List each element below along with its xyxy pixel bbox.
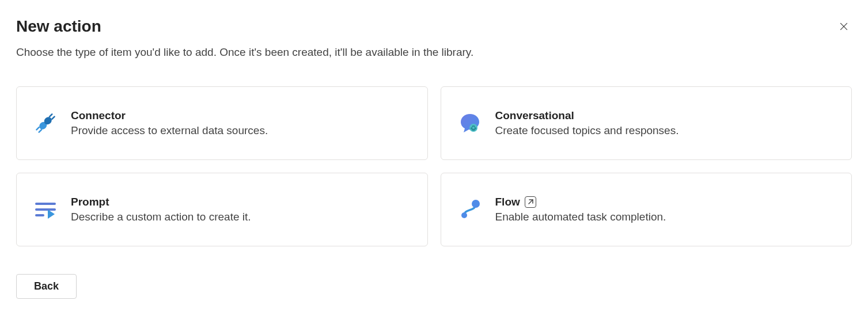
dialog-footer: Back xyxy=(16,274,852,299)
card-flow[interactable]: Flow Enable automated task completion. xyxy=(441,173,852,246)
svg-line-6 xyxy=(50,115,52,117)
svg-point-9 xyxy=(472,127,475,129)
card-title: Prompt xyxy=(71,196,411,208)
svg-line-7 xyxy=(52,117,54,119)
dialog-subtitle: Choose the type of item you'd like to ad… xyxy=(16,46,852,59)
prompt-icon xyxy=(33,197,58,222)
card-desc: Describe a custom action to create it. xyxy=(71,211,411,223)
svg-point-14 xyxy=(461,212,467,218)
card-text: Connector Provide access to external dat… xyxy=(71,109,411,137)
new-action-dialog: New action Choose the type of item you'd… xyxy=(0,0,868,315)
card-conversational[interactable]: Conversational Create focused topics and… xyxy=(441,86,852,160)
card-prompt[interactable]: Prompt Describe a custom action to creat… xyxy=(16,173,428,246)
svg-point-13 xyxy=(472,200,480,208)
card-title: Flow xyxy=(495,196,836,208)
card-desc: Provide access to external data sources. xyxy=(71,124,411,137)
connector-icon xyxy=(33,111,58,136)
dialog-header: New action xyxy=(16,16,852,37)
card-title: Connector xyxy=(71,109,411,122)
svg-line-15 xyxy=(529,200,533,204)
card-desc: Create focused topics and responses. xyxy=(495,124,836,137)
external-link-icon xyxy=(525,196,536,208)
card-connector[interactable]: Connector Provide access to external dat… xyxy=(16,86,428,160)
dialog-title: New action xyxy=(16,16,101,37)
close-button[interactable] xyxy=(836,18,852,35)
flow-icon xyxy=(457,197,483,222)
svg-line-3 xyxy=(36,127,39,130)
card-text: Prompt Describe a custom action to creat… xyxy=(71,196,411,223)
conversational-icon xyxy=(457,111,483,136)
card-desc: Enable automated task completion. xyxy=(495,211,836,223)
card-title: Conversational xyxy=(495,109,836,122)
card-text: Conversational Create focused topics and… xyxy=(495,109,836,137)
back-button[interactable]: Back xyxy=(16,274,77,299)
card-title-text: Flow xyxy=(495,196,520,208)
action-type-grid: Connector Provide access to external dat… xyxy=(16,86,852,246)
card-text: Flow Enable automated task completion. xyxy=(495,196,836,223)
svg-line-4 xyxy=(39,130,41,132)
close-icon xyxy=(838,21,850,32)
